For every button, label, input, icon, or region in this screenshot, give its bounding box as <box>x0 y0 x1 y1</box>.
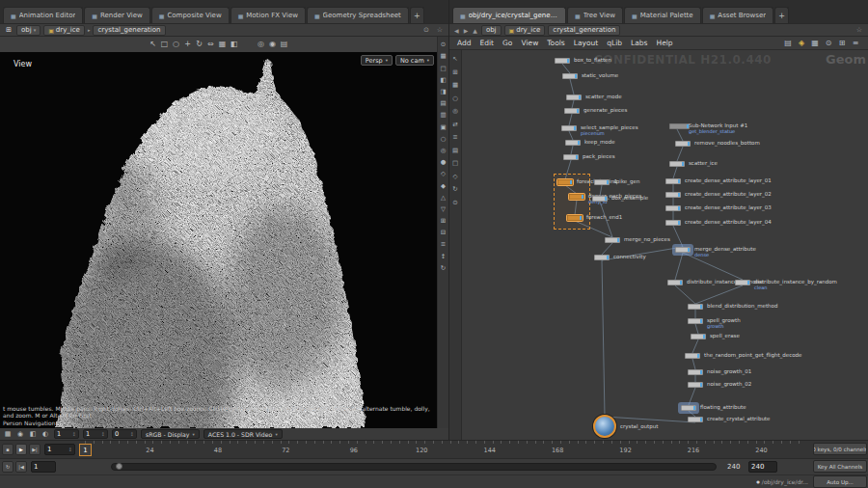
menu-item[interactable]: Labs <box>631 39 647 47</box>
network-node-spike_gen[interactable] <box>594 179 610 185</box>
net-target-icon[interactable]: ⊙ <box>451 199 460 207</box>
net-find-icon[interactable]: ○ <box>451 95 460 103</box>
refresh-icon[interactable]: ↻ <box>439 264 448 273</box>
network-node-static_volume[interactable] <box>562 73 578 79</box>
network-node-noise_growth_02[interactable] <box>688 382 703 388</box>
lasso-select-icon[interactable]: ○ <box>172 40 181 49</box>
exposure-field[interactable]: 1 ↕ <box>83 429 108 439</box>
network-node-noise_growth_01[interactable] <box>688 369 703 375</box>
network-node-box_resample[interactable] <box>592 196 608 202</box>
range-slider[interactable] <box>111 463 717 471</box>
network-node-Sub-Network Input #1[interactable] <box>669 123 690 129</box>
pane-tab[interactable]: ▦ Composite View <box>151 7 230 23</box>
network-node-create_dense_attribute_layer_02[interactable] <box>665 192 681 198</box>
new-tab-button[interactable]: + <box>774 7 789 23</box>
network-node-floating_attribute[interactable] <box>681 405 696 411</box>
network-node-merge_no_pieces[interactable] <box>605 237 620 243</box>
network-node-foreach_end1[interactable] <box>567 215 583 221</box>
network-node-create_dense_attribute_layer_03[interactable] <box>665 205 681 211</box>
camera-icon[interactable]: ◎ <box>257 40 266 49</box>
circle-icon[interactable]: ○ <box>439 135 448 144</box>
network-node-foreach_begin1[interactable] <box>557 179 573 185</box>
wrench-icon[interactable]: ◈ <box>797 39 806 48</box>
nav-up-button[interactable]: ▲ <box>472 27 478 34</box>
favorite-star-icon[interactable]: ☆ <box>435 25 445 35</box>
wireframe-icon[interactable]: □ <box>439 64 448 72</box>
flipbook-icon[interactable]: ◉ <box>15 429 25 439</box>
remove-view-icon[interactable]: ⊟ <box>439 229 448 237</box>
timeline-ruler[interactable]: 24487296120144168192216240 <box>0 441 815 459</box>
net-refresh-icon[interactable]: ↻ <box>451 185 460 194</box>
scene-viewport[interactable]: View Persp ▾ No cam ▾ <box>0 52 437 428</box>
columns-icon[interactable]: ▥ <box>439 111 448 120</box>
pane-menu-icon[interactable]: ≡ <box>851 39 860 48</box>
range-slider-handle[interactable] <box>116 463 122 470</box>
pane-tab[interactable]: ▦ Tree View <box>567 7 623 23</box>
jump-start-button[interactable]: |◀ <box>15 461 27 473</box>
camera-menu-button[interactable]: No cam ▾ <box>395 55 434 66</box>
network-editor[interactable]: ↖ ⊞ ▦ ○ ◎ ⇄ ≡ ▤ □ ◇ <box>449 50 868 440</box>
path-current-chip[interactable]: crystal_generation <box>93 25 165 36</box>
network-node-create_crystal_attribute[interactable] <box>688 417 703 422</box>
colorspace-select[interactable]: sRGB - Display ▾ <box>141 429 200 439</box>
network-node-spell_growth[interactable] <box>688 318 703 324</box>
menu-item[interactable]: Layout <box>574 39 599 47</box>
menu-item[interactable]: Edit <box>480 39 495 47</box>
net-add-node-icon[interactable]: ⊞ <box>451 68 460 77</box>
render-region-icon[interactable]: ◧ <box>28 429 38 439</box>
network-node-scatter_mode[interactable] <box>566 95 582 100</box>
flipbook-icon[interactable]: ◉ <box>268 40 278 49</box>
palette-icon[interactable]: ▦ <box>810 39 820 48</box>
path-current-chip[interactable]: crystal_generation <box>548 25 620 36</box>
net-swap-icon[interactable]: ⇄ <box>451 121 460 129</box>
auto-update-select[interactable]: Auto Up... <box>813 475 867 488</box>
network-node-distribute_instance_by_random[interactable] <box>735 280 750 285</box>
key-all-channels-button[interactable]: Key All Channels <box>813 460 867 473</box>
pane-tab[interactable]: ▦ Motion FX View <box>231 7 306 23</box>
network-node-the_random_point_get_flight_decode[interactable] <box>685 353 700 359</box>
loop-button[interactable]: ↻ <box>2 461 14 473</box>
normals-down-icon[interactable]: ▽ <box>439 205 448 214</box>
network-node-crystal_output[interactable] <box>593 415 616 438</box>
path-parent-chip[interactable]: ▣ dry_ice <box>43 25 85 36</box>
box-select-icon[interactable]: □ <box>160 40 170 49</box>
pane-tab[interactable]: ▦ Material Palette <box>624 7 701 23</box>
expand-icon[interactable]: ↕ <box>439 252 448 260</box>
message-log-icon[interactable]: ▤ <box>783 39 793 48</box>
range-start-field[interactable]: 1 <box>31 461 56 473</box>
network-node-distribute_instance_by_noise[interactable] <box>667 280 683 285</box>
view-transform-select[interactable]: ACES 1.0 - SDR Video ▾ <box>203 429 283 439</box>
add-view-icon[interactable]: ⊞ <box>439 217 448 226</box>
list-icon[interactable]: ≡ <box>439 240 448 249</box>
nav-back-button[interactable]: ◀ <box>453 27 460 34</box>
menu-item[interactable]: Add <box>457 39 472 47</box>
pin-icon[interactable]: ⊙ <box>421 25 431 35</box>
net-overview-icon[interactable]: ◎ <box>451 107 460 116</box>
pane-tab[interactable]: ▦ Asset Browser <box>702 7 773 23</box>
network-node-denser_each_pieces[interactable] <box>569 194 584 200</box>
network-node-remove_noodles_bottom[interactable] <box>675 141 691 147</box>
pane-tab[interactable]: ▦ Geometry Spreadsheet <box>307 7 409 23</box>
exposure-icon[interactable]: ◐ <box>41 429 50 439</box>
menu-item[interactable]: View <box>521 39 538 47</box>
menu-item[interactable]: qLib <box>607 39 622 47</box>
network-node-merge_dense_attribute[interactable] <box>675 247 691 253</box>
menu-item[interactable]: Tools <box>547 39 564 47</box>
network-node-create_dense_attribute_layer_01[interactable] <box>665 178 681 184</box>
view-target-icon[interactable]: ⊙ <box>439 41 448 49</box>
menu-item[interactable]: Go <box>502 39 512 47</box>
network-node-generate_pieces[interactable] <box>564 108 580 114</box>
layout-icon[interactable]: ⊞ <box>837 39 847 48</box>
network-node-box_to_flatten[interactable] <box>555 58 570 64</box>
gamma-field[interactable]: 1 ↕ <box>54 429 79 439</box>
offset-field[interactable]: 0 ↕ <box>112 429 137 439</box>
network-canvas[interactable]: CONFIDENTIAL H21.0.440 Geom box_to_flatt… <box>462 50 868 440</box>
snap-grid-icon[interactable]: ▦ <box>218 40 228 49</box>
network-node-connectivity[interactable] <box>594 255 610 260</box>
rows-icon[interactable]: ▤ <box>439 99 448 108</box>
grid-display-icon[interactable]: ▦ <box>439 52 448 61</box>
range-end-field[interactable]: 240 <box>748 461 777 473</box>
pane-tab[interactable]: ▦ obj/dry_ice/crystal_generation <box>452 7 566 23</box>
snap-icon[interactable]: ⊙ <box>824 39 833 48</box>
translate-handle-icon[interactable]: + <box>183 40 193 49</box>
